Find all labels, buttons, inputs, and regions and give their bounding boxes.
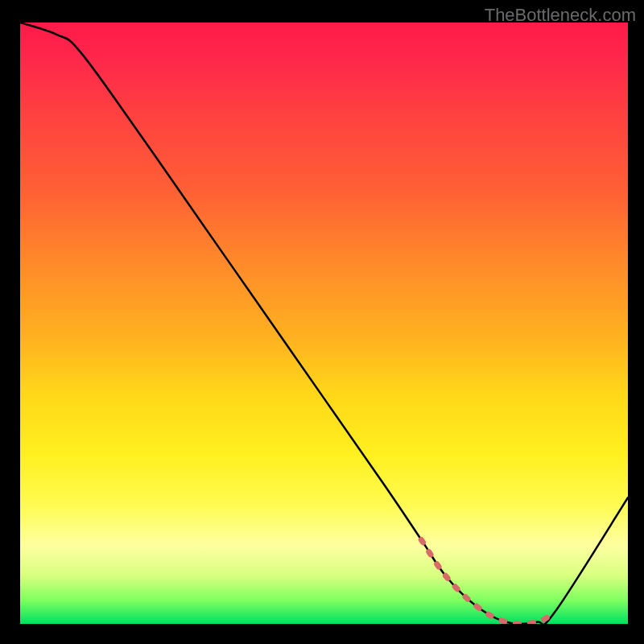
curve-highlight xyxy=(421,539,555,624)
chart-svg xyxy=(20,23,628,624)
chart-plot-area xyxy=(20,23,628,624)
attribution-text: TheBottleneck.com xyxy=(485,5,636,26)
curve-main xyxy=(20,23,628,624)
